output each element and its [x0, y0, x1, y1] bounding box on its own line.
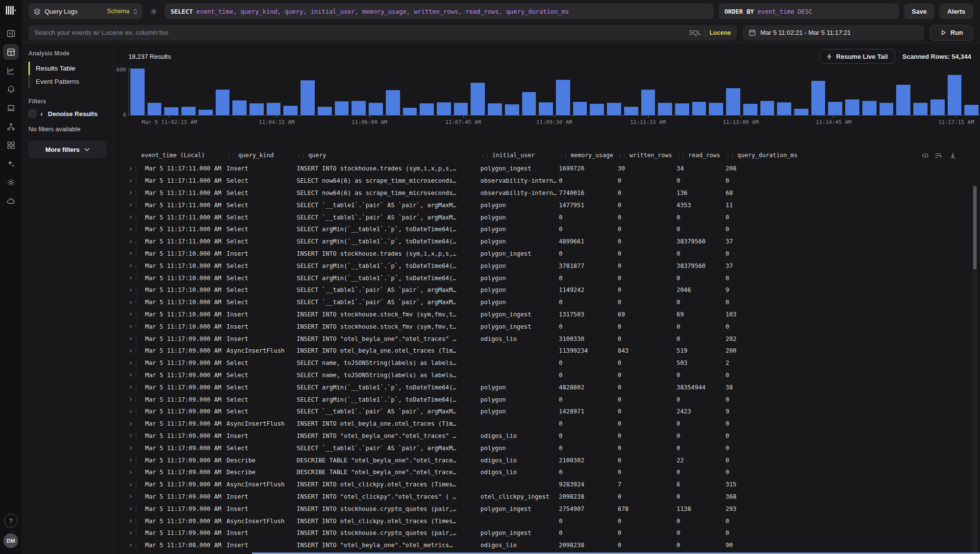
table-row[interactable]: ›Mar 5 11:17:11.000 AMSelectSELECT argMi…	[114, 223, 980, 236]
nav-service-map-icon[interactable]	[3, 119, 19, 134]
text-wrap-icon[interactable]	[935, 152, 943, 159]
denoise-toggle[interactable]: ◐ Denoise Results	[28, 110, 106, 118]
alerts-button[interactable]: Alerts	[939, 3, 973, 19]
table-row[interactable]: ›Mar 5 11:17:09.000 AMAsyncInsertFlushIN…	[114, 515, 980, 527]
date-range-picker[interactable]: Mar 5 11:02:21 - Mar 5 11:17:21	[743, 25, 924, 41]
expand-row-icon[interactable]: ›	[128, 408, 133, 415]
nav-ai-sparkles-icon[interactable]	[3, 156, 19, 171]
table-row[interactable]: ›Mar 5 11:17:10.000 AMSelectSELECT argMi…	[114, 272, 980, 284]
table-row[interactable]: ›Mar 5 11:17:10.000 AMInsertINSERT INTO …	[114, 320, 980, 333]
expand-row-icon[interactable]: ›	[128, 347, 133, 355]
expand-row-icon[interactable]: ›	[128, 542, 133, 549]
histogram-bar[interactable]	[539, 102, 553, 115]
histogram-bar[interactable]	[250, 103, 264, 115]
histogram-bar[interactable]	[811, 81, 826, 115]
table-row[interactable]: ›Mar 5 11:17:09.000 AMInsertINSERT INTO …	[114, 333, 980, 345]
table-row[interactable]: ›Mar 5 11:17:08.000 AMInsertINSERT INTO …	[114, 539, 980, 552]
histogram-bar[interactable]	[913, 103, 928, 115]
histogram-bar[interactable]	[777, 102, 791, 115]
schema-toggle[interactable]: Schema	[107, 8, 129, 15]
expand-row-icon[interactable]: ›	[128, 493, 133, 500]
histogram-bar[interactable]	[964, 105, 979, 115]
histogram-bar[interactable]	[267, 103, 281, 115]
app-logo-icon[interactable]	[5, 5, 16, 16]
histogram-bar[interactable]	[164, 107, 178, 115]
histogram-bar[interactable]	[607, 103, 621, 115]
histogram-bar[interactable]	[369, 103, 383, 115]
table-row[interactable]: ›Mar 5 11:17:10.000 AMSelectSELECT argMi…	[114, 260, 980, 272]
table-row[interactable]: ›Mar 5 11:17:11.000 AMSelectSELECT argMi…	[114, 236, 980, 248]
nav-dashboards-icon[interactable]	[3, 137, 19, 153]
histogram-bar[interactable]	[658, 103, 672, 115]
view-source-code-icon[interactable]	[922, 152, 929, 159]
table-row[interactable]: ›Mar 5 11:17:09.000 AMDescribeDESCRIBE T…	[114, 466, 980, 479]
histogram-bar[interactable]	[930, 99, 945, 115]
histogram-bar[interactable]	[403, 108, 417, 115]
nav-cloud-icon[interactable]	[3, 193, 19, 209]
table-row[interactable]: ›Mar 5 11:17:10.000 AMSelectSELECT `__ta…	[114, 296, 980, 309]
histogram-bar[interactable]	[828, 102, 842, 115]
histogram-bar[interactable]	[232, 100, 247, 115]
nav-chart-icon[interactable]	[3, 63, 19, 78]
expand-row-icon[interactable]: ›	[128, 177, 133, 185]
histogram-bar[interactable]	[181, 107, 196, 115]
mode-sql-toggle[interactable]: SQL	[689, 29, 701, 36]
histogram-bar[interactable]	[760, 101, 775, 115]
help-icon[interactable]: ?	[4, 514, 18, 528]
histogram-bar[interactable]	[692, 102, 706, 115]
histogram-bar[interactable]	[148, 103, 162, 115]
expand-row-icon[interactable]: ›	[128, 226, 133, 233]
expand-row-icon[interactable]: ›	[128, 287, 133, 294]
table-row[interactable]: ›Mar 5 11:17:11.000 AMInsertINSERT INTO …	[114, 163, 980, 175]
user-avatar[interactable]: DM	[3, 533, 18, 548]
expand-row-icon[interactable]: ›	[128, 371, 133, 379]
histogram-bar[interactable]	[352, 101, 366, 115]
expand-row-icon[interactable]: ›	[128, 360, 133, 367]
source-selector[interactable]: Query Logs Schema	[28, 3, 142, 19]
expand-row-icon[interactable]: ›	[128, 323, 133, 330]
sidebar-toggle-icon[interactable]	[3, 25, 19, 41]
histogram-bar[interactable]	[556, 80, 570, 115]
expand-row-icon[interactable]: ›	[128, 420, 133, 428]
table-row[interactable]: ›Mar 5 11:17:09.000 AMSelectSELECT `__ta…	[114, 406, 980, 418]
histogram-bar[interactable]	[896, 85, 910, 115]
vertical-scrollbar[interactable]	[973, 184, 977, 554]
expand-row-icon[interactable]: ›	[128, 505, 133, 512]
table-row[interactable]: ›Mar 5 11:17:09.000 AMSelectSELECT argMi…	[114, 381, 980, 393]
expand-row-icon[interactable]: ›	[128, 214, 133, 221]
expand-row-icon[interactable]: ›	[128, 189, 133, 196]
expand-row-icon[interactable]: ›	[128, 262, 133, 269]
table-row[interactable]: ›Mar 5 11:17:09.000 AMSelectSELECT argMi…	[114, 393, 980, 406]
expand-row-icon[interactable]: ›	[128, 274, 133, 282]
histogram-bar[interactable]	[318, 107, 332, 115]
mode-event-patterns[interactable]: Event Patterns	[28, 75, 106, 88]
table-row[interactable]: ›Mar 5 11:17:09.000 AMSelectSELECT name,…	[114, 369, 980, 382]
table-row[interactable]: ›Mar 5 11:17:09.000 AMSelectSELECT name,…	[114, 357, 980, 369]
col-read-rows[interactable]: ⋮⋮read_rows	[677, 152, 726, 159]
histogram-bar[interactable]	[726, 88, 740, 115]
histogram-bar[interactable]	[573, 102, 587, 115]
histogram-bar[interactable]	[709, 103, 723, 115]
source-settings-gear-icon[interactable]	[147, 5, 160, 18]
col-query[interactable]: ⋮⋮query	[297, 152, 480, 159]
col-event-time[interactable]: event_time (Local)	[141, 152, 226, 159]
table-row[interactable]: ›Mar 5 11:17:11.000 AMSelectSELECT now64…	[114, 187, 980, 199]
histogram-bar[interactable]	[199, 110, 213, 115]
denoise-checkbox[interactable]	[28, 110, 36, 118]
expand-row-icon[interactable]: ›	[128, 517, 133, 525]
col-written-rows[interactable]: ⋮⋮written_rows	[618, 152, 677, 159]
table-row[interactable]: ›Mar 5 11:17:09.000 AMDescribeDESCRIBE T…	[114, 454, 980, 466]
histogram-bar[interactable]	[624, 107, 638, 115]
expand-row-icon[interactable]: ›	[128, 311, 133, 318]
expand-row-icon[interactable]: ›	[128, 396, 133, 403]
table-row[interactable]: ›Mar 5 11:17:09.000 AMAsyncInsertFlushIN…	[114, 345, 980, 357]
histogram-bar[interactable]	[879, 103, 894, 115]
orderby-clause-input[interactable]: ORDER BY event_time DESC	[719, 3, 899, 19]
nav-settings-gear-icon[interactable]	[3, 174, 19, 190]
col-memory-usage[interactable]: ⋮⋮memory_usage	[559, 152, 618, 159]
histogram-bar[interactable]	[454, 103, 468, 115]
expand-row-icon[interactable]: ›	[128, 250, 133, 257]
histogram-bar[interactable]	[641, 90, 655, 115]
table-row[interactable]: ›Mar 5 11:17:09.000 AMSelectSELECT `__ta…	[114, 442, 980, 454]
table-row[interactable]: ›Mar 5 11:17:09.000 AMInsertINSERT INTO …	[114, 527, 980, 539]
